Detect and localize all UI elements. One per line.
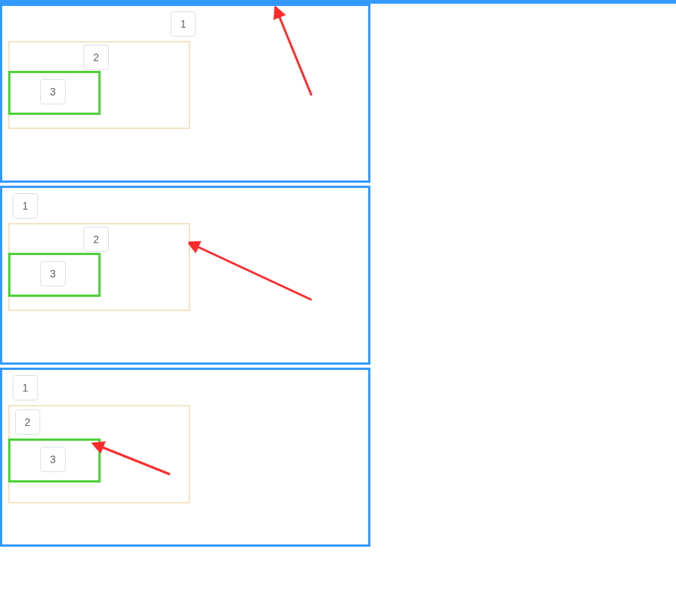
button-3-p3[interactable]: 3 — [40, 447, 66, 472]
box-3-p3: 3 — [8, 439, 101, 483]
button-1-p1[interactable]: 1 — [171, 11, 196, 37]
svg-line-3 — [195, 245, 312, 300]
arrow-p2 — [189, 240, 323, 307]
button-2-p2[interactable]: 2 — [83, 227, 109, 252]
panel-2: 1 2 3 — [0, 186, 370, 365]
box-2-p1: 2 3 — [8, 41, 190, 129]
button-3-label: 3 — [50, 268, 56, 280]
button-2-label: 2 — [93, 51, 99, 63]
button-1-p3[interactable]: 1 — [13, 375, 38, 400]
arrow-p1 — [271, 6, 338, 103]
box-2-p2: 2 3 — [8, 223, 190, 311]
panel-3: 1 2 3 — [0, 368, 370, 547]
button-2-label: 2 — [93, 233, 99, 245]
button-2-p1[interactable]: 2 — [83, 45, 109, 70]
button-3-p1[interactable]: 3 — [40, 79, 66, 104]
svg-line-1 — [278, 13, 312, 95]
button-2-p3[interactable]: 2 — [15, 409, 40, 435]
panel-1: 1 2 3 — [0, 4, 370, 183]
button-1-label: 1 — [180, 18, 186, 30]
button-3-p2[interactable]: 3 — [40, 261, 66, 286]
button-2-label: 2 — [25, 416, 31, 428]
panels-column: 1 2 3 1 2 — [0, 4, 370, 547]
button-1-label: 1 — [22, 200, 28, 212]
button-1-p2[interactable]: 1 — [13, 193, 38, 219]
button-3-label: 3 — [50, 453, 56, 465]
button-3-label: 3 — [50, 86, 56, 98]
button-1-label: 1 — [22, 382, 28, 394]
box-3-p1: 3 — [8, 71, 101, 115]
box-2-p3: 2 3 — [8, 405, 190, 503]
box-3-p2: 3 — [8, 253, 101, 297]
